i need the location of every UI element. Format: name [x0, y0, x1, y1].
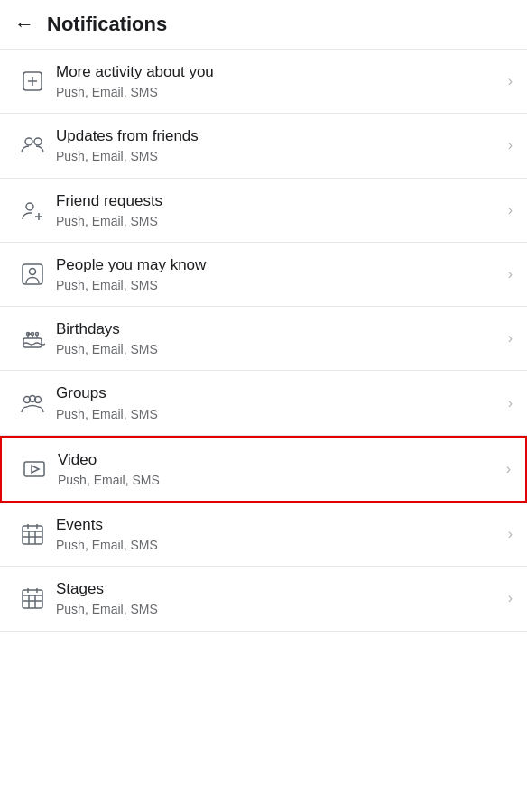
settings-item-groups[interactable]: Groups Push, Email, SMS ›	[0, 371, 527, 435]
settings-item-birthdays[interactable]: Birthdays Push, Email, SMS ›	[0, 307, 527, 371]
chevron-icon-video: ›	[506, 461, 511, 477]
video-icon	[16, 457, 52, 482]
item-subtitle-people-you-may-know: Push, Email, SMS	[56, 277, 501, 293]
events-icon	[14, 521, 51, 547]
item-content-stages: Stages Push, Email, SMS	[56, 579, 501, 617]
page-header: ← Notifications	[0, 0, 527, 50]
item-title-updates-from-friends: Updates from friends	[56, 126, 501, 146]
item-content-friend-requests: Friend requests Push, Email, SMS	[56, 191, 501, 229]
back-arrow-icon: ←	[14, 13, 34, 36]
item-subtitle-stages: Push, Email, SMS	[56, 601, 501, 617]
item-title-people-you-may-know: People you may know	[56, 255, 501, 275]
item-title-video: Video	[58, 450, 499, 470]
settings-item-updates-from-friends[interactable]: Updates from friends Push, Email, SMS ›	[0, 114, 527, 178]
stages-icon	[14, 586, 51, 611]
chevron-icon-events: ›	[508, 526, 513, 542]
friend-request-icon	[14, 198, 51, 223]
item-subtitle-updates-from-friends: Push, Email, SMS	[56, 148, 501, 164]
item-subtitle-more-activity: Push, Email, SMS	[56, 84, 501, 100]
item-content-updates-from-friends: Updates from friends Push, Email, SMS	[56, 126, 501, 164]
item-subtitle-groups: Push, Email, SMS	[56, 406, 501, 422]
notifications-list: More activity about you Push, Email, SMS…	[0, 50, 527, 632]
back-button[interactable]: ←	[14, 13, 34, 36]
settings-item-people-you-may-know[interactable]: People you may know Push, Email, SMS ›	[0, 243, 527, 307]
item-content-events: Events Push, Email, SMS	[56, 515, 501, 553]
birthday-icon	[14, 326, 51, 351]
item-title-events: Events	[56, 515, 501, 535]
groups-icon	[14, 391, 51, 416]
settings-item-more-activity[interactable]: More activity about you Push, Email, SMS…	[0, 50, 527, 114]
item-title-birthdays: Birthdays	[56, 319, 501, 339]
item-subtitle-video: Push, Email, SMS	[58, 472, 499, 488]
item-content-video: Video Push, Email, SMS	[58, 450, 499, 488]
settings-item-events[interactable]: Events Push, Email, SMS ›	[0, 503, 527, 567]
item-title-more-activity: More activity about you	[56, 62, 501, 82]
settings-item-friend-requests[interactable]: Friend requests Push, Email, SMS ›	[0, 179, 527, 243]
chevron-icon-birthdays: ›	[508, 330, 513, 346]
chevron-icon-friend-requests: ›	[508, 202, 513, 218]
item-title-stages: Stages	[56, 579, 501, 599]
item-subtitle-events: Push, Email, SMS	[56, 537, 501, 553]
settings-item-stages[interactable]: Stages Push, Email, SMS ›	[0, 567, 527, 631]
activity-icon	[14, 69, 51, 94]
page-title: Notifications	[47, 13, 167, 36]
item-title-friend-requests: Friend requests	[56, 191, 501, 211]
item-content-birthdays: Birthdays Push, Email, SMS	[56, 319, 501, 357]
chevron-icon-updates-from-friends: ›	[508, 137, 513, 153]
item-content-more-activity: More activity about you Push, Email, SMS	[56, 62, 501, 100]
chevron-icon-people-you-may-know: ›	[508, 266, 513, 282]
item-content-groups: Groups Push, Email, SMS	[56, 383, 501, 421]
friends-icon	[14, 133, 51, 158]
settings-item-video[interactable]: Video Push, Email, SMS ›	[0, 436, 527, 503]
item-title-groups: Groups	[56, 383, 501, 403]
people-icon	[14, 262, 51, 287]
item-subtitle-birthdays: Push, Email, SMS	[56, 341, 501, 357]
chevron-icon-stages: ›	[508, 590, 513, 606]
item-subtitle-friend-requests: Push, Email, SMS	[56, 213, 501, 229]
chevron-icon-more-activity: ›	[508, 73, 513, 89]
chevron-icon-groups: ›	[508, 395, 513, 411]
item-content-people-you-may-know: People you may know Push, Email, SMS	[56, 255, 501, 293]
